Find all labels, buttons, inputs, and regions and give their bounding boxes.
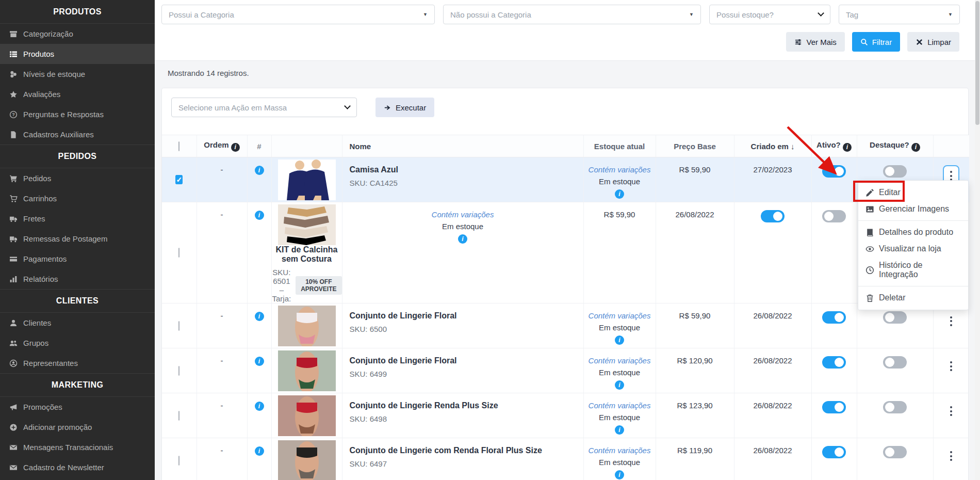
ativo-toggle[interactable]: [822, 311, 846, 324]
sidebar-item-clientes[interactable]: Clientes: [0, 313, 155, 333]
menu-item-label: Histórico de Integração: [879, 261, 961, 279]
row-checkbox[interactable]: [178, 321, 179, 331]
sidebar-item-perguntas-e-respostas[interactable]: ?Perguntas e Respostas: [0, 104, 155, 124]
cart-icon: [9, 174, 18, 183]
ver-mais-button[interactable]: Ver Mais: [786, 32, 844, 52]
row-checkbox[interactable]: ✓: [175, 175, 183, 184]
info-icon[interactable]: i: [255, 166, 264, 175]
info-icon[interactable]: i: [255, 312, 264, 321]
sidebar-item-n-veis-de-estoque[interactable]: Níveis de estoque: [0, 64, 155, 84]
destaque-toggle[interactable]: [883, 401, 907, 413]
product-image[interactable]: [271, 348, 342, 393]
contem-variacoes-link[interactable]: Contém variações: [584, 165, 656, 174]
row-actions-kebab-icon[interactable]: [944, 312, 958, 331]
sidebar-item-label: Adicionar promoção: [23, 423, 92, 431]
sidebar-section-title: MARKETING: [0, 373, 155, 397]
sidebar-item-representantes[interactable]: Representantes: [0, 353, 155, 373]
product-image[interactable]: KIT de Calcinha sem CosturaSKU: 6501 – T…: [271, 202, 342, 303]
product-image[interactable]: [271, 393, 342, 438]
info-icon[interactable]: i: [843, 143, 852, 152]
ativo-toggle[interactable]: [822, 165, 846, 178]
ativo-toggle[interactable]: [822, 401, 846, 413]
sidebar-item-cadastros-auxiliares[interactable]: Cadastros Auxiliares: [0, 124, 155, 145]
destaque-toggle[interactable]: [883, 165, 907, 178]
ativo-toggle[interactable]: [761, 210, 785, 222]
menu-item-hist-rico-de-integra-o[interactable]: Histórico de Integração: [858, 257, 968, 283]
menu-item-editar[interactable]: Editar: [858, 184, 968, 201]
limpar-button[interactable]: Limpar: [907, 32, 959, 52]
scrollbar-thumb[interactable]: [975, 1, 979, 125]
menu-item-deletar[interactable]: Deletar: [858, 290, 968, 306]
select-all-checkbox[interactable]: [178, 141, 179, 151]
sidebar-section: PEDIDOSPedidosCarrinhosFretesRemessas de…: [0, 145, 155, 289]
scrollbar[interactable]: [975, 0, 980, 480]
contem-variacoes-link[interactable]: Contém variações: [584, 401, 656, 410]
product-image[interactable]: [271, 438, 342, 480]
main-content: Possui a Categoria▼Não possui a Categori…: [155, 0, 980, 480]
sidebar-item-label: Carrinhos: [23, 194, 57, 203]
filtrar-button[interactable]: Filtrar: [852, 32, 900, 52]
row-checkbox[interactable]: [178, 456, 179, 466]
plus-circle-icon: [9, 423, 18, 431]
executar-button[interactable]: Executar: [375, 98, 434, 117]
menu-item-gerenciar-imagens[interactable]: Gerenciar Imagens: [858, 201, 968, 217]
ativo-toggle[interactable]: [822, 356, 846, 369]
row-actions-kebab-icon[interactable]: [944, 446, 958, 466]
contem-variacoes-link[interactable]: Contém variações: [584, 446, 656, 455]
info-icon[interactable]: i: [615, 380, 624, 390]
row-checkbox[interactable]: [178, 411, 179, 421]
info-icon[interactable]: i: [255, 211, 264, 220]
filter-select-3[interactable]: Possui estoque?: [709, 5, 830, 24]
sidebar-item-adicionar-promo-o[interactable]: Adicionar promoção: [0, 417, 155, 437]
sidebar-item-relat-rios[interactable]: Relatórios: [0, 269, 155, 289]
filter-select-2[interactable]: Não possui a Categoria▼: [443, 5, 701, 24]
info-icon[interactable]: i: [255, 402, 264, 411]
info-icon[interactable]: i: [615, 189, 624, 199]
info-icon[interactable]: i: [255, 357, 264, 366]
user-icon: [9, 319, 18, 327]
ativo-toggle[interactable]: [822, 446, 846, 458]
bulk-actions: Selecione uma Ação em Massa Executar: [171, 98, 434, 117]
contem-variacoes-link[interactable]: Contém variações: [342, 210, 583, 219]
bulk-action-select[interactable]: Selecione uma Ação em Massa: [171, 98, 357, 117]
destaque-toggle[interactable]: [883, 311, 907, 324]
sidebar-item-grupos[interactable]: Grupos: [0, 333, 155, 353]
info-icon[interactable]: i: [231, 143, 240, 152]
row-actions-kebab-icon[interactable]: [944, 357, 958, 376]
sidebar-item-pagamentos[interactable]: Pagamentos: [0, 249, 155, 269]
sidebar-item-promo-es[interactable]: Promoções: [0, 397, 155, 417]
menu-item-visualizar-na-loja[interactable]: Visualizar na loja: [858, 241, 968, 257]
menu-item-label: Visualizar na loja: [879, 244, 941, 253]
sidebar-item-carrinhos[interactable]: Carrinhos: [0, 188, 155, 209]
row-actions-kebab-icon[interactable]: [944, 402, 958, 421]
row-checkbox[interactable]: [178, 366, 179, 376]
info-icon[interactable]: i: [255, 446, 264, 456]
contem-variacoes-link[interactable]: Contém variações: [584, 356, 656, 365]
megaphone-icon: [9, 403, 18, 411]
filter-select-1[interactable]: Possui a Categoria▼: [161, 5, 435, 24]
search-icon: [860, 38, 868, 46]
contem-variacoes-link[interactable]: Contém variações: [584, 311, 656, 320]
sidebar-item-pedidos[interactable]: Pedidos: [0, 168, 155, 188]
destaque-toggle[interactable]: [883, 356, 907, 369]
sidebar-item-produtos[interactable]: Produtos: [0, 44, 155, 64]
product-image[interactable]: [271, 157, 342, 202]
sidebar-item-fretes[interactable]: Fretes: [0, 209, 155, 229]
sidebar-item-avalia-es[interactable]: Avaliações: [0, 84, 155, 104]
info-icon[interactable]: i: [615, 425, 624, 435]
filter-select-4[interactable]: Tag▼: [839, 5, 960, 24]
header-criado[interactable]: Criado em↓: [734, 135, 811, 157]
menu-item-detalhes-do-produto[interactable]: Detalhes do produto: [858, 224, 968, 241]
info-icon[interactable]: i: [615, 335, 624, 345]
info-icon[interactable]: i: [615, 470, 624, 479]
product-image[interactable]: [271, 303, 342, 348]
destaque-toggle[interactable]: [883, 446, 907, 458]
sidebar-item-cadastro-de-newsletter[interactable]: Cadastro de Newsletter: [0, 457, 155, 477]
sidebar-item-categoriza-o[interactable]: Categorização: [0, 24, 155, 44]
info-icon[interactable]: i: [458, 234, 467, 244]
info-icon[interactable]: i: [911, 143, 920, 152]
sidebar-item-remessas-de-postagem[interactable]: Remessas de Postagem: [0, 229, 155, 249]
sidebar-item-mensagens-transacionais[interactable]: Mensagens Transacionais: [0, 437, 155, 457]
destaque-toggle[interactable]: [822, 210, 846, 222]
row-checkbox[interactable]: [178, 248, 179, 258]
